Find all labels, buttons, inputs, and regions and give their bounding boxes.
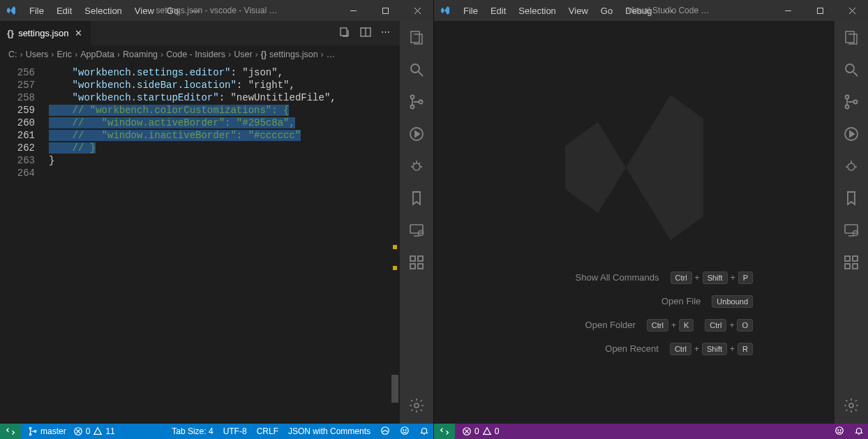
cmd-open-folder: Open Folder Ctrl+K Ctrl+O: [516, 319, 753, 332]
files-icon[interactable]: [408, 29, 425, 46]
menu-edit[interactable]: Edit: [51, 3, 77, 19]
debug-icon[interactable]: [408, 158, 425, 174]
remote-explorer-icon[interactable]: [843, 222, 860, 239]
problems-status[interactable]: 0 0: [462, 426, 499, 436]
maximize-button[interactable]: [804, 0, 836, 21]
crumb[interactable]: Eric: [57, 50, 73, 59]
svg-rect-59: [853, 264, 858, 269]
search-icon[interactable]: [408, 61, 425, 78]
svg-point-10: [411, 96, 414, 99]
language-mode[interactable]: JSON with Comments: [288, 426, 371, 436]
crumb[interactable]: …: [327, 50, 336, 59]
crumb[interactable]: Code - Insiders: [166, 50, 225, 59]
svg-point-8: [411, 64, 419, 73]
tab-bar: {} settings.json ✕ ⋯: [0, 21, 400, 45]
titlebar: File Edit Selection View Go ⋯ settings.j…: [0, 0, 433, 21]
menu-view[interactable]: View: [563, 3, 594, 19]
menu-file[interactable]: File: [458, 3, 484, 19]
bookmark-icon[interactable]: [843, 190, 860, 207]
crumb[interactable]: Users: [26, 50, 49, 59]
vscode-watermark-icon: [544, 77, 725, 258]
line-gutter: 256 257 258 259 260 261 262 263 264: [0, 64, 49, 424]
svg-point-49: [848, 163, 855, 170]
remote-indicator[interactable]: [434, 424, 455, 439]
files-icon[interactable]: [843, 29, 860, 46]
breadcrumb[interactable]: C:› Users› Eric› AppData› Roaming› Code …: [0, 45, 400, 64]
source-control-icon[interactable]: [843, 94, 860, 110]
debug-icon[interactable]: [843, 158, 860, 174]
json-file-icon: {}: [7, 28, 14, 38]
svg-rect-1: [382, 8, 388, 13]
feedback-icon[interactable]: [400, 426, 410, 438]
bell-icon[interactable]: [419, 426, 429, 438]
svg-rect-23: [410, 256, 415, 261]
crumb[interactable]: AppData: [80, 50, 114, 59]
svg-point-35: [401, 426, 409, 434]
open-preview-icon[interactable]: [339, 27, 350, 40]
search-icon[interactable]: [843, 61, 860, 78]
svg-point-36: [403, 429, 404, 430]
right-window: File Edit Selection View Go Debug ⋯ Visu…: [434, 0, 868, 439]
tab-label: settings.json: [18, 28, 68, 38]
vscode-logo-icon: [440, 5, 451, 16]
maximize-button[interactable]: [369, 0, 401, 21]
svg-rect-4: [341, 28, 347, 36]
extensions-icon[interactable]: [408, 254, 425, 271]
svg-rect-58: [845, 264, 850, 269]
svg-rect-57: [853, 256, 858, 261]
left-window: File Edit Selection View Go ⋯ settings.j…: [0, 0, 434, 439]
scrollbar-thumb[interactable]: [391, 375, 398, 403]
source-control-icon[interactable]: [408, 94, 425, 110]
minimize-button[interactable]: [772, 0, 804, 21]
run-debug-icon[interactable]: [843, 126, 860, 142]
code-body[interactable]: "workbench.settings.editor": "json", "wo…: [49, 64, 400, 424]
feedback-icon[interactable]: [835, 426, 844, 438]
code-editor[interactable]: 256 257 258 259 260 261 262 263 264 "wor…: [0, 64, 400, 424]
menu-selection[interactable]: Selection: [79, 3, 127, 19]
crumb[interactable]: settings.json: [269, 50, 317, 59]
encoding[interactable]: UTF-8: [223, 426, 247, 436]
menu-edit[interactable]: Edit: [485, 3, 511, 19]
live-share-icon[interactable]: [380, 426, 390, 438]
close-icon[interactable]: ✕: [73, 28, 84, 38]
settings-gear-icon[interactable]: [408, 397, 425, 414]
svg-rect-53: [845, 225, 858, 233]
run-debug-icon[interactable]: [408, 126, 425, 142]
settings-gear-icon[interactable]: [843, 397, 860, 414]
activity-bar: [835, 21, 868, 424]
close-button[interactable]: [401, 0, 433, 21]
svg-point-47: [854, 101, 858, 104]
svg-point-65: [838, 429, 839, 430]
svg-point-37: [405, 429, 406, 430]
minimize-button[interactable]: [337, 0, 369, 21]
crumb[interactable]: C:: [8, 50, 17, 59]
bookmark-icon[interactable]: [408, 190, 425, 207]
bell-icon[interactable]: [854, 426, 864, 438]
menu-go[interactable]: Go: [595, 3, 618, 19]
remote-explorer-icon[interactable]: [408, 222, 425, 239]
menu-view[interactable]: View: [129, 3, 160, 19]
svg-point-12: [419, 101, 423, 104]
close-button[interactable]: [836, 0, 868, 21]
svg-point-11: [411, 105, 414, 109]
svg-line-19: [419, 163, 420, 164]
svg-point-27: [414, 403, 419, 408]
svg-point-28: [29, 427, 31, 429]
menu-file[interactable]: File: [24, 3, 50, 19]
split-editor-icon[interactable]: [360, 27, 371, 40]
status-bar: master 0 11 Tab Size: 4 UTF-8 CRLF JSON …: [0, 424, 433, 439]
remote-indicator[interactable]: [0, 424, 21, 439]
crumb[interactable]: User: [234, 50, 252, 59]
crumb[interactable]: Roaming: [123, 50, 158, 59]
svg-rect-42: [846, 31, 854, 43]
more-actions-icon[interactable]: ⋯: [381, 27, 390, 40]
tab-size[interactable]: Tab Size: 4: [172, 426, 213, 436]
menu-selection[interactable]: Selection: [513, 3, 561, 19]
tab-settings-json[interactable]: {} settings.json ✕: [0, 21, 91, 45]
extensions-icon[interactable]: [843, 254, 860, 271]
eol[interactable]: CRLF: [257, 426, 278, 436]
git-branch[interactable]: master: [28, 426, 66, 436]
minimap-marker: [393, 245, 397, 249]
command-list: Show All Commands Ctrl+Shift+P Open File…: [516, 271, 753, 355]
problems-status[interactable]: 0 11: [73, 426, 115, 436]
